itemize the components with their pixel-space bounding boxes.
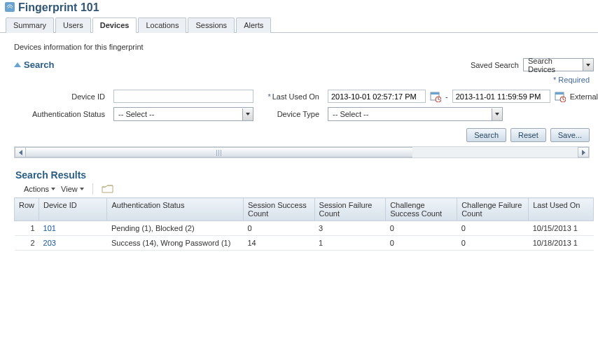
actions-menu[interactable]: Actions: [24, 185, 55, 193]
calendar-icon[interactable]: [430, 91, 441, 102]
chevron-down-icon: [51, 188, 55, 190]
saved-search-value: Search Devices: [524, 57, 583, 74]
tab-devices[interactable]: Devices: [92, 18, 137, 33]
chevron-left-icon: [19, 150, 22, 155]
device-id-label: Device ID: [17, 92, 108, 101]
last-used-label: *Last Used On: [259, 92, 322, 101]
device-type-label: Device Type: [259, 110, 322, 118]
scroll-left-button[interactable]: [15, 147, 26, 158]
chevron-down-icon: [586, 64, 590, 66]
cell-sess-success: 0: [243, 221, 314, 236]
button-row: Search Reset Save...: [14, 125, 594, 145]
scroll-track[interactable]: [26, 147, 578, 158]
toolbar-divider: [92, 183, 93, 195]
tab-summary[interactable]: Summary: [6, 18, 54, 33]
cell-sess-failure: 3: [314, 221, 386, 236]
tab-locations[interactable]: Locations: [138, 18, 186, 33]
chevron-down-icon: [495, 113, 499, 115]
svg-rect-2: [431, 92, 439, 94]
detach-icon[interactable]: [102, 184, 114, 194]
cell-last-used: 10/15/2013 1: [529, 221, 594, 236]
results-title: Search Results: [15, 169, 594, 181]
external-device-label: External Devic: [570, 92, 598, 101]
cell-last-used: 10/18/2013 1: [529, 236, 594, 251]
actions-label: Actions: [24, 185, 49, 193]
device-id-input[interactable]: [113, 90, 253, 103]
search-header: Search Saved Search Search Devices: [14, 58, 594, 71]
saved-search-select[interactable]: Search Devices: [523, 58, 594, 71]
col-device-id[interactable]: Device ID: [39, 198, 107, 221]
cell-device-id[interactable]: 101: [39, 221, 107, 236]
cell-chal-failure: 0: [457, 221, 529, 236]
col-session-success[interactable]: Session Success Count: [243, 198, 314, 221]
view-menu[interactable]: View: [61, 185, 84, 193]
cell-sess-success: 14: [243, 236, 314, 251]
col-challenge-success[interactable]: Challenge Success Count: [386, 198, 457, 221]
table-header-row: Row Device ID Authentication Status Sess…: [15, 198, 594, 221]
info-line: Devices information for this fingerprint: [14, 43, 594, 51]
tab-alerts[interactable]: Alerts: [236, 18, 271, 33]
tab-sessions[interactable]: Sessions: [188, 18, 235, 33]
calendar-icon[interactable]: [555, 91, 566, 102]
cell-row: 2: [15, 236, 39, 251]
chevron-down-icon: [80, 188, 84, 190]
cell-row: 1: [15, 221, 39, 236]
reset-button[interactable]: Reset: [510, 128, 546, 142]
col-row[interactable]: Row: [15, 198, 39, 221]
view-label: View: [61, 185, 78, 193]
last-used-range: - External Devic: [328, 90, 598, 103]
page-title: Fingerprint 101: [18, 1, 99, 14]
search-form: Device ID *Last Used On - External Devic…: [14, 90, 594, 125]
search-title-row: Search: [14, 59, 54, 70]
auth-status-select[interactable]: -- Select --: [113, 107, 253, 121]
table-row[interactable]: 2 203 Success (14), Wrong Password (1) 1…: [15, 236, 594, 251]
table-row[interactable]: 1 101 Pending (1), Blocked (2) 0 3 0 0 1…: [15, 221, 594, 236]
cell-chal-success: 0: [386, 236, 457, 251]
search-title: Search: [24, 59, 54, 70]
search-button[interactable]: Search: [466, 128, 506, 142]
last-used-from-input[interactable]: [328, 90, 426, 103]
horizontal-scrollbar[interactable]: [14, 146, 590, 158]
saved-search-label: Saved Search: [471, 61, 519, 69]
col-auth-status[interactable]: Authentication Status: [107, 198, 243, 221]
results-toolbar: Actions View: [14, 182, 594, 197]
dropdown-button[interactable]: [242, 108, 253, 120]
saved-search: Saved Search Search Devices: [471, 58, 594, 71]
page-header: Fingerprint 101: [0, 0, 598, 17]
cell-chal-success: 0: [386, 221, 457, 236]
cell-auth-status: Success (14), Wrong Password (1): [107, 236, 243, 251]
tab-users[interactable]: Users: [55, 18, 91, 33]
dropdown-button[interactable]: [492, 108, 502, 120]
fingerprint-icon: [4, 1, 15, 14]
grip-icon: [216, 150, 222, 156]
device-type-value: -- Select --: [328, 110, 492, 118]
range-separator: -: [445, 92, 448, 101]
chevron-down-icon: [246, 113, 250, 115]
cell-device-id[interactable]: 203: [39, 236, 107, 251]
scroll-thumb[interactable]: [26, 147, 412, 158]
svg-rect-5: [555, 92, 564, 94]
col-session-failure[interactable]: Session Failure Count: [314, 198, 386, 221]
save-button[interactable]: Save...: [550, 128, 590, 142]
device-type-select[interactable]: -- Select --: [328, 107, 503, 121]
cell-sess-failure: 1: [314, 236, 386, 251]
results-table: Row Device ID Authentication Status Sess…: [14, 197, 594, 251]
dropdown-button[interactable]: [583, 59, 593, 71]
last-used-to-input[interactable]: [452, 90, 550, 103]
tab-content: Devices information for this fingerprint…: [0, 33, 598, 251]
scroll-right-button[interactable]: [578, 147, 589, 158]
cell-chal-failure: 0: [457, 236, 529, 251]
tab-bar: Summary Users Devices Locations Sessions…: [0, 17, 598, 33]
auth-status-label: Authentication Status: [17, 110, 108, 118]
auth-status-value: -- Select --: [114, 110, 242, 118]
col-last-used[interactable]: Last Used On: [529, 198, 594, 221]
col-challenge-failure[interactable]: Challenge Failure Count: [457, 198, 529, 221]
chevron-right-icon: [582, 150, 585, 155]
cell-auth-status: Pending (1), Blocked (2): [107, 221, 243, 236]
required-note: Required: [14, 76, 590, 84]
disclose-triangle-icon[interactable]: [14, 62, 21, 67]
